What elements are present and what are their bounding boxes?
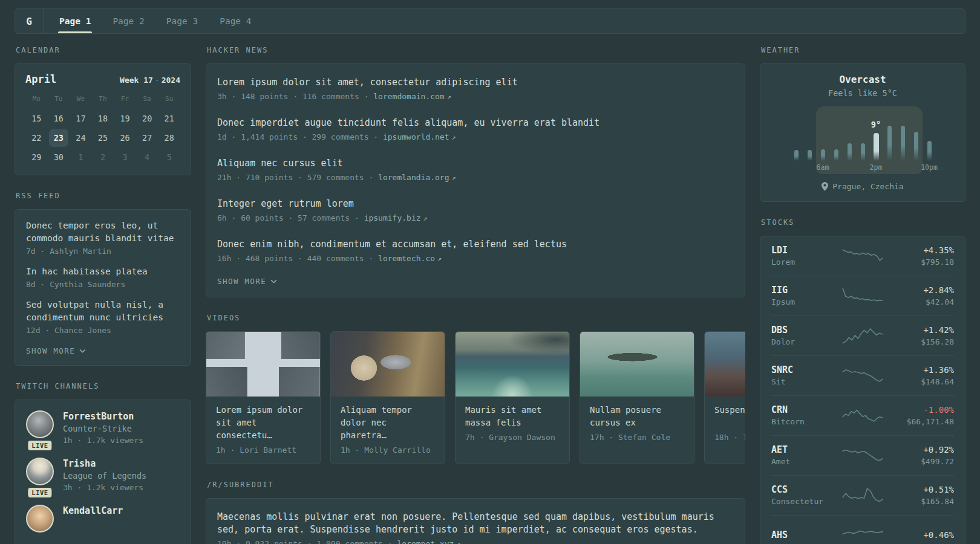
stock-row[interactable]: SNRC Sit +1.36% $148.64 [771, 355, 954, 395]
video-card[interactable]: Mauris sit amet massa felis 7h · Grayson… [455, 331, 570, 464]
stock-symbol: AHS [771, 529, 829, 541]
news-item-domain-link[interactable]: loremdomain.com↗ [373, 92, 451, 101]
weather-bar-fill [861, 143, 865, 161]
video-thumbnail [456, 332, 569, 397]
rss-item: In hac habitasse platea 8d · Cynthia Sau… [26, 265, 180, 289]
twitch-avatar-wrap: LIVE [26, 458, 54, 493]
weather-bar-fill [914, 132, 918, 161]
news-item-title[interactable]: Donec imperdiet augue tincidunt felis al… [217, 117, 734, 129]
stock-change: +1.42% [896, 324, 954, 336]
show-more-button[interactable]: SHOW MORE [217, 271, 277, 292]
weather-bar-fill [808, 150, 812, 161]
news-item-domain-link[interactable]: loremlandia.org↗ [378, 173, 456, 182]
rss-item-meta: 12d · Chance Jones [26, 326, 180, 335]
stock-values: +0.51% $165.84 [896, 484, 954, 507]
video-card[interactable]: Nullam posuere cursus ex 17h · Stefan Co… [580, 331, 694, 464]
show-more-button[interactable]: SHOW MORE [26, 345, 86, 357]
rss-item: Donec tempor eros leo, ut commodo mauris… [26, 219, 180, 256]
calendar-day: 29 [27, 148, 47, 166]
stock-row[interactable]: CCS Consectetur +0.51% $165.84 [771, 475, 954, 515]
chevron-down-icon [270, 279, 277, 283]
twitch-channel-meta: 3h · 1.2k viewers [63, 482, 146, 493]
news-item-title[interactable]: Donec enim nibh, condimentum et accumsan… [217, 238, 734, 251]
right-column: WEATHER Overcast Feels like 5°C [760, 46, 965, 544]
external-link-icon: ↗ [454, 540, 460, 544]
twitch-heading: TWITCH CHANNELS [16, 382, 191, 390]
weather-bar: 6am [816, 106, 829, 174]
video-meta: 7h · Grayson Dawson [456, 429, 569, 451]
stock-symbol: CRN [771, 404, 829, 416]
video-title: Nullam posuere cursus ex [580, 397, 694, 429]
calendar-day: 24 [71, 129, 91, 147]
stock-change: +0.46% [896, 529, 954, 541]
rss-item-title[interactable]: Sed volutpat nulla nisl, a condimentum n… [26, 299, 180, 324]
stock-row[interactable]: DBS Dolor +1.42% $156.28 [771, 316, 954, 355]
weather-bar-fill [927, 141, 932, 161]
location-pin-icon [822, 182, 828, 191]
separator-dot: · [153, 76, 162, 85]
video-card[interactable]: Suspendisse diam 18h · Tara [704, 331, 745, 464]
page-tab[interactable]: Page 4 [209, 9, 262, 33]
weather-condition: Overcast [771, 74, 954, 85]
calendar-day: 3 [115, 148, 135, 166]
news-item-domain-link[interactable]: ipsumworld.net↗ [383, 132, 456, 141]
page-tab[interactable]: Page 3 [155, 9, 209, 33]
calendar-week-year: Week 17·2024 [120, 76, 180, 85]
video-card[interactable]: Lorem ipsum dolor sit amet consectetu… 1… [206, 331, 321, 464]
stock-values: -1.00% $66,171.48 [896, 404, 954, 427]
live-badge: LIVE [28, 441, 51, 450]
news-item-meta: 6h · 60 points · 57 comments · ipsumify.… [217, 213, 734, 222]
subreddit-post-title[interactable]: Maecenas mollis pulvinar erat non posuer… [217, 511, 734, 536]
avatar [26, 458, 54, 485]
stock-change: +1.36% [896, 364, 954, 376]
news-item-title[interactable]: Lorem ipsum dolor sit amet, consectetur … [217, 76, 734, 89]
news-item-domain-link[interactable]: loremtech.co↗ [378, 254, 442, 263]
stock-symbol: IIG [771, 284, 829, 296]
calendar-day: 20 [137, 109, 157, 128]
twitch-channel-name: Trisha [63, 458, 146, 470]
weather-bar [843, 106, 856, 174]
stock-name: Lorem [771, 256, 829, 268]
video-thumbnail [331, 332, 445, 397]
page-tab[interactable]: Page 1 [48, 9, 102, 33]
calendar-day: 17 [71, 109, 91, 128]
stock-row[interactable]: AHS +0.46% [771, 515, 954, 544]
weather-bar-fill [874, 133, 879, 161]
weather-time-label: 10pm [921, 163, 938, 174]
videos-carousel[interactable]: Lorem ipsum dolor sit amet consectetu… 1… [206, 331, 745, 464]
stock-price: $795.18 [896, 256, 954, 268]
stock-sparkline [840, 245, 885, 268]
stock-sparkline [840, 325, 885, 348]
stock-row[interactable]: LDI Lorem +4.35% $795.18 [771, 236, 954, 276]
calendar-day: 25 [93, 129, 113, 147]
stock-row[interactable]: CRN Bitcorn -1.00% $66,171.48 [771, 395, 954, 435]
twitch-widget: TWITCH CHANNELS LIVE ForrestBurton Count… [15, 382, 191, 544]
page-tab-label: Page 1 [59, 16, 91, 26]
app-logo[interactable]: G [15, 9, 44, 33]
twitch-channel-row[interactable]: LIVE ForrestBurton Counter-Strike 1h · 1… [26, 410, 180, 446]
video-thumbnail [580, 332, 694, 397]
stock-row[interactable]: IIG Ipsum +2.84% $42.04 [771, 276, 954, 316]
stock-identity: DBS Dolor [771, 324, 829, 348]
news-item-title[interactable]: Aliquam nec cursus elit [217, 157, 734, 170]
news-item-domain-link[interactable]: ipsumify.biz↗ [364, 213, 428, 222]
avatar [26, 505, 54, 533]
rss-item-title[interactable]: Donec tempor eros leo, ut commodo mauris… [26, 219, 180, 245]
stock-row[interactable]: AET Amet +0.92% $499.72 [771, 435, 954, 475]
news-item-title[interactable]: Integer eget rutrum lorem [217, 198, 734, 210]
day-of-week-label: Mo [25, 92, 48, 105]
stock-values: +1.36% $148.64 [896, 364, 954, 387]
weather-heading: WEATHER [761, 46, 965, 54]
rss-item-title[interactable]: In hac habitasse platea [26, 265, 180, 278]
twitch-channel-row[interactable]: LIVE Trisha League of Legends 3h · 1.2k … [26, 458, 180, 493]
calendar-day: 5 [159, 148, 179, 166]
page-tab[interactable]: Page 2 [102, 9, 155, 33]
news-item-meta: 3h · 148 points · 116 comments · loremdo… [217, 92, 734, 101]
news-item: Donec enim nibh, condimentum et accumsan… [217, 230, 734, 271]
video-card[interactable]: Aliquam tempor dolor nec pharetra… 1h · … [330, 331, 445, 464]
video-title: Aliquam tempor dolor nec pharetra… [331, 397, 445, 442]
twitch-channel-row[interactable]: KendallCarr [26, 505, 180, 533]
stock-sparkline [840, 484, 885, 507]
subreddit-post-domain-link[interactable]: loremnet.xyz↗ [397, 539, 460, 544]
stock-change: +0.92% [896, 444, 954, 456]
